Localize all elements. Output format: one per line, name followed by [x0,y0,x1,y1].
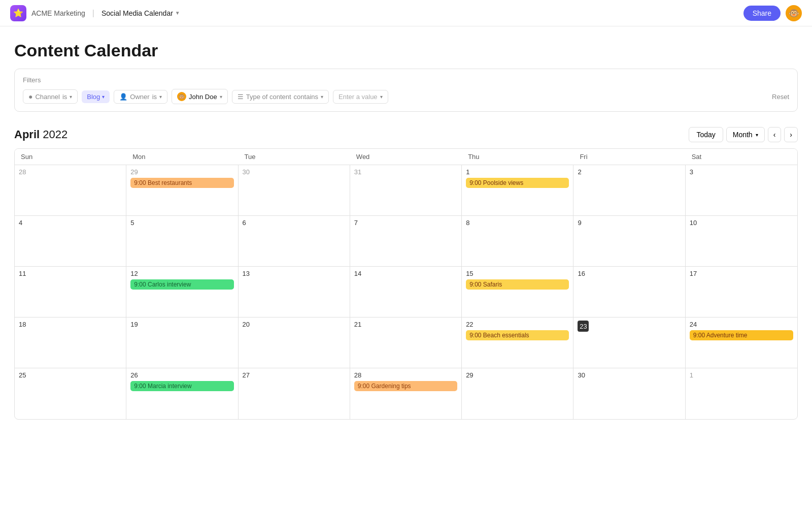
cal-cell[interactable]: 17 [686,267,797,318]
next-month-button[interactable]: › [784,127,798,142]
cal-cell[interactable]: 25 [15,368,126,419]
cal-cell[interactable]: 19 [126,318,238,368]
calendar-event[interactable]: 9:00 Gardening tips [354,381,457,391]
calendar-event[interactable]: 9:00 Safaris [466,279,569,290]
day-header-sat: Sat [686,149,797,165]
cal-cell[interactable]: 249:00 Adventure time [686,318,797,368]
cell-date: 31 [354,168,457,176]
calendar-month: April [14,128,40,141]
cell-date: 3 [690,168,793,176]
cal-cell[interactable]: 23 [573,318,685,368]
channel-filter[interactable]: ● Channel is ▾ [23,89,78,104]
cell-date: 29 [130,168,233,176]
avatar: 🐵 [786,5,802,21]
channel-value-blog[interactable]: Blog ▾ [82,90,110,103]
blog-dropdown-arrow: ▾ [102,94,105,100]
owner-filter[interactable]: 👤 Owner is ▾ [114,90,167,104]
cal-cell[interactable]: 16 [573,267,685,318]
cal-cell[interactable]: 18 [15,318,126,368]
cal-cell[interactable]: 8 [462,216,573,267]
project-dropdown-arrow: ▼ [175,10,180,16]
type-value-arrow: ▾ [380,94,383,100]
cell-date: 16 [578,270,681,277]
cal-cell[interactable]: 229:00 Beach essentials [462,318,573,368]
owner-name: John Doe [189,93,217,101]
calendar-year: 2022 [43,128,67,141]
calendar-event[interactable]: 9:00 Carlos interview [130,279,233,290]
filters-bar: Filters ● Channel is ▾ Blog ▾ 👤 Owner is… [14,69,798,112]
cal-cell[interactable]: 7 [350,216,462,267]
cal-cell[interactable]: 159:00 Safaris [462,267,573,318]
cal-cell[interactable]: 30 [239,165,350,216]
calendar-month-title: April 2022 [14,128,67,141]
cal-cell[interactable]: 1 [686,368,797,419]
owner-op-arrow: ▾ [159,94,162,100]
cell-date: 6 [243,219,346,227]
type-filter[interactable]: ☰ Type of content contains ▾ [232,90,329,104]
day-header-sun: Sun [15,149,126,165]
cal-cell[interactable]: 29 [462,368,573,419]
cal-cell[interactable]: 289:00 Gardening tips [350,368,462,419]
cell-date: 22 [466,321,569,328]
owner-label: Owner [130,93,149,101]
calendar-event[interactable]: 9:00 Adventure time [690,330,793,340]
cal-cell[interactable]: 19:00 Poolside views [462,165,573,216]
month-dropdown-arrow: ▾ [756,132,758,138]
cell-date: 4 [19,219,122,227]
cal-cell[interactable]: 11 [15,267,126,318]
cal-cell[interactable]: 269:00 Marcia interview [126,368,238,419]
prev-month-button[interactable]: ‹ [768,127,782,142]
cell-date: 9 [578,219,681,227]
topbar-right: Share 🐵 [743,5,802,21]
calendar-event[interactable]: 9:00 Marcia interview [130,381,233,391]
cal-cell[interactable]: 2 [573,165,685,216]
cal-cell[interactable]: 9 [573,216,685,267]
owner-value[interactable]: 🐵 John Doe ▾ [172,89,228,104]
cal-cell[interactable]: 4 [15,216,126,267]
calendar-week-3: 18192021229:00 Beach essentials23249:00 … [15,318,797,368]
cal-cell[interactable]: 14 [350,267,462,318]
cell-date: 7 [354,219,457,227]
cal-cell[interactable]: 10 [686,216,797,267]
cal-cell[interactable]: 21 [350,318,462,368]
day-header-thu: Thu [462,149,573,165]
cal-cell[interactable]: 28 [15,165,126,216]
month-button[interactable]: Month ▾ [726,127,765,142]
cal-cell[interactable]: 30 [573,368,685,419]
cal-cell[interactable]: 3 [686,165,797,216]
calendar-event[interactable]: 9:00 Best restaurants [130,178,233,188]
cal-cell[interactable]: 31 [350,165,462,216]
cal-cell[interactable]: 20 [239,318,350,368]
cal-cell[interactable]: 129:00 Carlos interview [126,267,238,318]
cell-date: 11 [19,270,122,277]
today-date: 23 [578,321,589,332]
cell-date: 20 [243,321,346,328]
type-value[interactable]: Enter a value ▾ [333,90,388,104]
share-button[interactable]: Share [743,6,781,21]
calendar-event[interactable]: 9:00 Beach essentials [466,330,569,340]
cell-date: 13 [243,270,346,277]
cell-date: 30 [578,371,681,379]
owner-icon: 👤 [119,93,127,101]
project-name[interactable]: Social Media Calendar ▼ [101,9,180,17]
calendar-week-0: 28299:00 Best restaurants303119:00 Pools… [15,165,797,216]
cal-cell[interactable]: 299:00 Best restaurants [126,165,238,216]
cal-cell[interactable]: 6 [239,216,350,267]
app-logo: ⭐ [10,5,26,21]
cal-cell[interactable]: 13 [239,267,350,318]
cell-date: 28 [354,371,457,379]
cal-cell[interactable]: 27 [239,368,350,419]
calendar-body: 28299:00 Best restaurants303119:00 Pools… [15,165,797,419]
calendar-week-2: 11129:00 Carlos interview1314159:00 Safa… [15,267,797,318]
calendar-event[interactable]: 9:00 Poolside views [466,178,569,188]
reset-button[interactable]: Reset [772,93,789,101]
filters-label: Filters [23,76,789,84]
cell-date: 17 [690,270,793,277]
today-button[interactable]: Today [689,127,723,142]
day-header-tue: Tue [239,149,350,165]
calendar-wrapper: Sun Mon Tue Wed Thu Fri Sat 28299:00 Bes… [0,148,812,430]
cell-date: 1 [466,168,569,176]
day-headers: Sun Mon Tue Wed Thu Fri Sat [15,149,797,165]
calendar-week-1: 45678910 [15,216,797,267]
cal-cell[interactable]: 5 [126,216,238,267]
